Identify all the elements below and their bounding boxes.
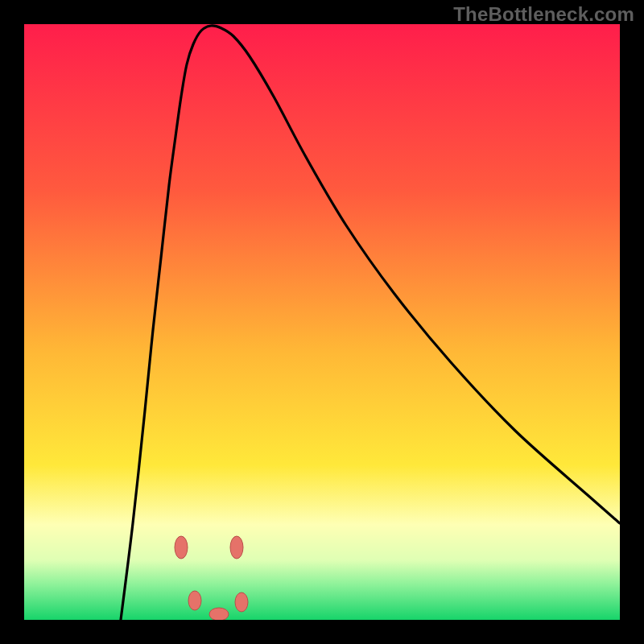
- curve-layer: [24, 24, 620, 620]
- curve-marker: [175, 536, 188, 559]
- bottleneck-curve: [121, 26, 620, 620]
- curve-marker: [235, 592, 248, 612]
- watermark-text: TheBottleneck.com: [453, 3, 634, 26]
- curve-marker: [230, 536, 243, 559]
- curve-markers: [175, 536, 248, 620]
- curve-marker: [209, 608, 229, 620]
- plot-frame: [24, 24, 620, 620]
- curve-marker: [188, 591, 201, 610]
